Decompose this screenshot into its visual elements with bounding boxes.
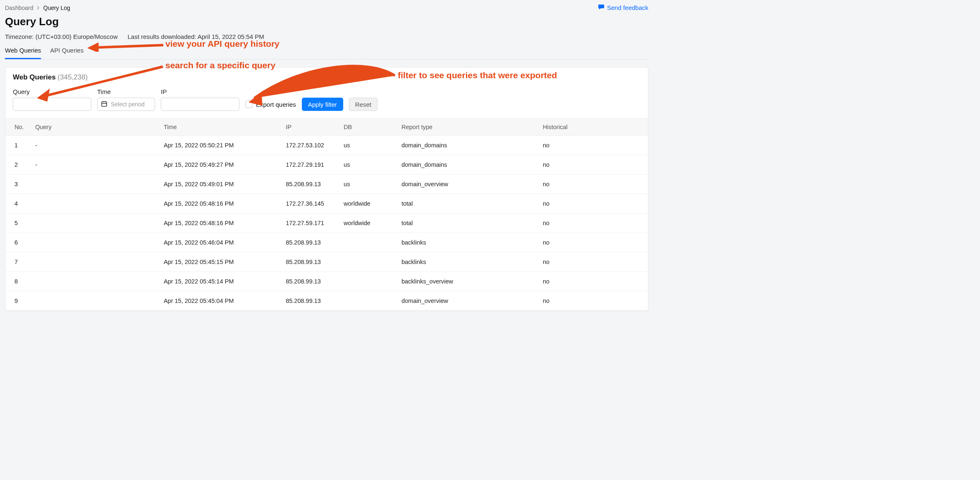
cell-hist: no <box>539 155 648 175</box>
cell-ip: 85.208.99.13 <box>282 252 339 272</box>
table-row: 6Apr 15, 2022 05:46:04 PM85.208.99.13bac… <box>5 233 648 252</box>
query-log-panel: Web Queries (345,238) Query Time Select … <box>5 67 648 311</box>
cell-report: backlinks <box>397 252 539 272</box>
panel-title: Web Queries <box>13 73 56 81</box>
cell-query <box>31 233 160 252</box>
cell-db: us <box>339 155 397 175</box>
cell-time: Apr 15, 2022 05:45:04 PM <box>160 291 282 311</box>
col-header-db: DB <box>339 119 397 136</box>
cell-time: Apr 15, 2022 05:49:27 PM <box>160 155 282 175</box>
cell-db: worldwide <box>339 214 397 233</box>
cell-no: 2 <box>5 155 31 175</box>
apply-filter-button[interactable]: Apply filter <box>302 98 343 111</box>
query-filter-label: Query <box>13 88 91 95</box>
table-row: 1-Apr 15, 2022 05:50:21 PM172.27.53.102u… <box>5 136 648 155</box>
cell-ip: 85.208.99.13 <box>282 175 339 194</box>
cell-ip: 85.208.99.13 <box>282 272 339 291</box>
last-downloaded-text: Last results downloaded: April 15, 2022 … <box>127 33 264 40</box>
cell-db: us <box>339 175 397 194</box>
cell-ip: 172.27.53.102 <box>282 136 339 155</box>
export-queries-checkbox[interactable] <box>245 101 253 108</box>
cell-hist: no <box>539 252 648 272</box>
cell-hist: no <box>539 175 648 194</box>
tab-api-queries[interactable]: API Queries <box>50 47 84 59</box>
cell-time: Apr 15, 2022 05:50:21 PM <box>160 136 282 155</box>
cell-query <box>31 252 160 272</box>
send-feedback-link[interactable]: Send feedback <box>598 4 648 11</box>
chevron-right-icon <box>37 5 40 11</box>
cell-time: Apr 15, 2022 05:49:01 PM <box>160 175 282 194</box>
cell-query <box>31 194 160 214</box>
cell-report: backlinks_overview <box>397 272 539 291</box>
table-row: 5Apr 15, 2022 05:48:16 PM172.27.59.171wo… <box>5 214 648 233</box>
table-row: 9Apr 15, 2022 05:45:04 PM85.208.99.13dom… <box>5 291 648 311</box>
cell-hist: no <box>539 214 648 233</box>
page-title: Query Log <box>5 15 648 28</box>
query-input[interactable] <box>13 98 91 111</box>
cell-report: total <box>397 214 539 233</box>
send-feedback-label: Send feedback <box>607 4 648 11</box>
cell-ip: 172.27.29.191 <box>282 155 339 175</box>
cell-query <box>31 175 160 194</box>
cell-no: 1 <box>5 136 31 155</box>
cell-query: - <box>31 136 160 155</box>
breadcrumb: Dashboard Query Log <box>5 5 70 11</box>
cell-db <box>339 233 397 252</box>
cell-query <box>31 214 160 233</box>
cell-hist: no <box>539 272 648 291</box>
cell-query: - <box>31 155 160 175</box>
cell-db: us <box>339 136 397 155</box>
col-header-query: Query <box>31 119 160 136</box>
query-log-table: No. Query Time IP DB Report type Histori… <box>5 118 648 311</box>
cell-no: 5 <box>5 214 31 233</box>
cell-hist: no <box>539 194 648 214</box>
cell-time: Apr 15, 2022 05:48:16 PM <box>160 214 282 233</box>
col-header-ip: IP <box>282 119 339 136</box>
cell-query <box>31 272 160 291</box>
period-placeholder: Select period <box>111 101 145 108</box>
cell-no: 6 <box>5 233 31 252</box>
cell-hist: no <box>539 136 648 155</box>
cell-db <box>339 291 397 311</box>
col-header-no: No. <box>5 119 31 136</box>
table-row: 8Apr 15, 2022 05:45:14 PM85.208.99.13bac… <box>5 272 648 291</box>
cell-report: backlinks <box>397 233 539 252</box>
time-filter-label: Time <box>97 88 155 95</box>
table-row: 4Apr 15, 2022 05:48:16 PM172.27.36.145wo… <box>5 194 648 214</box>
cell-time: Apr 15, 2022 05:46:04 PM <box>160 233 282 252</box>
col-header-time: Time <box>160 119 282 136</box>
cell-ip: 172.27.59.171 <box>282 214 339 233</box>
cell-ip: 172.27.36.145 <box>282 194 339 214</box>
cell-db: worldwide <box>339 194 397 214</box>
table-row: 3Apr 15, 2022 05:49:01 PM85.208.99.13usd… <box>5 175 648 194</box>
col-header-hist: Historical <box>539 119 648 136</box>
cell-ip: 85.208.99.13 <box>282 291 339 311</box>
table-row: 7Apr 15, 2022 05:45:15 PM85.208.99.13bac… <box>5 252 648 272</box>
tabs: Web Queries API Queries <box>5 47 648 60</box>
svg-rect-5 <box>102 102 107 106</box>
cell-no: 7 <box>5 252 31 272</box>
ip-input[interactable] <box>161 98 239 111</box>
cell-time: Apr 15, 2022 05:45:15 PM <box>160 252 282 272</box>
cell-report: domain_overview <box>397 175 539 194</box>
breadcrumb-root[interactable]: Dashboard <box>5 5 33 11</box>
export-queries-label: Export queries <box>256 101 296 108</box>
panel-count: (345,238) <box>57 73 88 81</box>
calendar-icon <box>101 101 108 108</box>
speech-bubble-icon <box>598 4 605 11</box>
timezone-text: Timezone: (UTC+03:00) Europe/Moscow <box>5 33 117 40</box>
cell-no: 8 <box>5 272 31 291</box>
breadcrumb-current: Query Log <box>43 5 70 11</box>
tab-web-queries[interactable]: Web Queries <box>5 47 41 59</box>
ip-filter-label: IP <box>161 88 239 95</box>
cell-query <box>31 291 160 311</box>
table-row: 2-Apr 15, 2022 05:49:27 PM172.27.29.191u… <box>5 155 648 175</box>
cell-db <box>339 252 397 272</box>
cell-no: 9 <box>5 291 31 311</box>
cell-report: domain_domains <box>397 136 539 155</box>
cell-report: domain_domains <box>397 155 539 175</box>
period-picker[interactable]: Select period <box>97 98 155 111</box>
reset-button[interactable]: Reset <box>349 98 378 111</box>
cell-report: domain_overview <box>397 291 539 311</box>
cell-db <box>339 272 397 291</box>
